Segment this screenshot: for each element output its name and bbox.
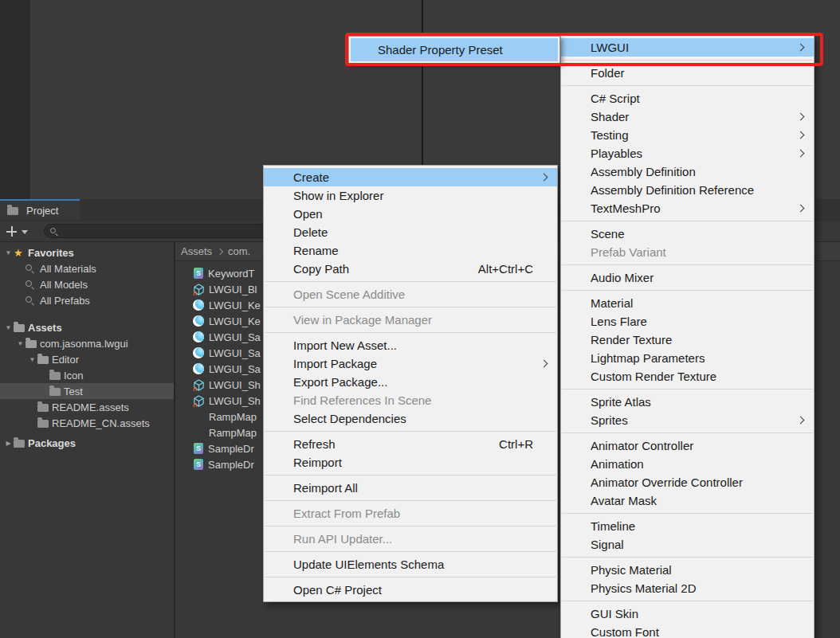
- menu-item-copy-path[interactable]: Copy PathAlt+Ctrl+C: [264, 260, 557, 278]
- expander-open-icon[interactable]: ▼: [3, 324, 14, 331]
- expander-open-icon[interactable]: ▼: [27, 356, 37, 363]
- menu-item-select-dependencies[interactable]: Select Dependencies: [264, 409, 557, 428]
- menu-item-playables[interactable]: Playables: [561, 144, 814, 162]
- menu-item-audio-mixer[interactable]: Audio Mixer: [561, 268, 814, 287]
- menu-item-lens-flare[interactable]: Lens Flare: [561, 312, 814, 331]
- menu-item-label: Lightmap Parameters: [591, 351, 705, 365]
- sidebar-item-editor[interactable]: ▼Editor: [0, 351, 174, 367]
- folder-icon: [49, 370, 64, 380]
- menu-separator: [562, 221, 813, 221]
- menu-item-refresh[interactable]: RefreshCtrl+R: [264, 435, 557, 453]
- menu-item-reimport-all[interactable]: Reimport All: [264, 479, 557, 497]
- chevron-down-icon[interactable]: [22, 230, 28, 234]
- folder-icon: [14, 438, 28, 448]
- menu-item-gui-skin[interactable]: GUI Skin: [561, 605, 814, 623]
- menu-item-label: Open: [293, 207, 323, 221]
- folder-icon: [37, 354, 52, 364]
- menu-item-custom-font[interactable]: Custom Font: [561, 623, 814, 638]
- menu-item-open[interactable]: Open: [264, 205, 557, 223]
- menu-item-testing[interactable]: Testing: [561, 126, 814, 144]
- menu-separator: [562, 389, 813, 389]
- menu-separator: [562, 557, 813, 558]
- menu-item-c-script[interactable]: C# Script: [561, 89, 814, 108]
- menu-item-lwgui[interactable]: LWGUI: [561, 38, 814, 57]
- menu-item-label: Animator Override Controller: [591, 476, 743, 489]
- menu-item-import-new-asset[interactable]: Import New Asset...: [264, 336, 557, 354]
- menu-separator: [265, 526, 556, 526]
- menu-item-export-package[interactable]: Export Package...: [264, 373, 557, 391]
- menu-item-signal[interactable]: Signal: [561, 535, 814, 554]
- expander-open-icon[interactable]: ▼: [3, 249, 14, 256]
- menu-item-animator-controller[interactable]: Animator Controller: [561, 436, 814, 455]
- expander-closed-icon[interactable]: ▶: [3, 440, 14, 447]
- sidebar-item-test[interactable]: Test: [0, 383, 174, 399]
- menu-item-timeline[interactable]: Timeline: [561, 517, 814, 535]
- menu-item-label: Export Package...: [293, 375, 387, 389]
- sidebar-item-favorites[interactable]: ▼★Favorites: [0, 245, 174, 260]
- menu-item-label: Playables: [591, 147, 642, 160]
- file-item-label: LWGUI_Bl: [209, 284, 257, 296]
- menu-item-rename[interactable]: Rename: [264, 241, 557, 260]
- menu-item-update-uielements-schema[interactable]: Update UIElements Schema: [264, 555, 557, 573]
- menu-item-label: Rename: [293, 244, 339, 257]
- breadcrumb-segment[interactable]: com.: [228, 245, 250, 257]
- menu-item-physic-material[interactable]: Physic Material: [561, 561, 814, 579]
- menu-item-delete[interactable]: Delete: [264, 223, 557, 241]
- sidebar-item-packages[interactable]: ▶Packages: [0, 435, 174, 451]
- material-icon: [193, 363, 204, 374]
- project-tab-label: Project: [26, 205, 58, 217]
- sidebar-item-all-prefabs[interactable]: All Prefabs: [0, 292, 174, 308]
- menu-item-textmeshpro[interactable]: TextMeshPro: [561, 199, 814, 217]
- tree-item-label: README_CN.assets: [52, 417, 150, 429]
- sidebar-item-icon[interactable]: Icon: [0, 367, 174, 383]
- menu-item-assembly-definition[interactable]: Assembly Definition: [561, 162, 814, 181]
- sidebar-item-assets[interactable]: ▼Assets: [0, 319, 174, 335]
- menu-item-label: Delete: [293, 225, 328, 239]
- submenu-arrow-icon: [540, 173, 548, 181]
- menu-item-avatar-mask[interactable]: Avatar Mask: [561, 491, 814, 510]
- menu-item-animator-override-controller[interactable]: Animator Override Controller: [561, 473, 814, 491]
- folder-icon: [7, 205, 22, 215]
- breadcrumb-segment[interactable]: Assets: [181, 245, 212, 257]
- menu-item-extract-from-prefab: Extract From Prefab: [264, 504, 557, 523]
- assets-tree: ▼★FavoritesAll MaterialsAll ModelsAll Pr…: [0, 242, 174, 638]
- menu-item-open-c-project[interactable]: Open C# Project: [264, 581, 557, 599]
- menu-item-material[interactable]: Material: [561, 294, 814, 312]
- file-item-label: RampMap: [209, 411, 257, 423]
- menu-item-lightmap-parameters[interactable]: Lightmap Parameters: [561, 349, 814, 367]
- add-asset-button[interactable]: [6, 226, 17, 237]
- menu-item-label: Sprite Atlas: [591, 395, 651, 409]
- menu-separator: [265, 307, 556, 307]
- sidebar-item-com-jasonma-lwgui[interactable]: ▼com.jasonma.lwgui: [0, 335, 174, 351]
- svg-text:{}: {}: [193, 291, 198, 296]
- menu-item-custom-render-texture[interactable]: Custom Render Texture: [561, 367, 814, 386]
- sidebar-item-all-models[interactable]: All Models: [0, 276, 174, 292]
- menu-item-physics-material-2d[interactable]: Physics Material 2D: [561, 579, 814, 597]
- menu-item-show-in-explorer[interactable]: Show in Explorer: [264, 186, 557, 205]
- sidebar-item-all-materials[interactable]: All Materials: [0, 260, 174, 276]
- menu-item-render-texture[interactable]: Render Texture: [561, 331, 814, 349]
- menu-item-reimport[interactable]: Reimport: [264, 453, 557, 472]
- search-icon: [50, 228, 58, 236]
- menu-item-assembly-definition-reference[interactable]: Assembly Definition Reference: [561, 181, 814, 199]
- menu-item-import-package[interactable]: Import Package: [264, 354, 557, 373]
- menu-item-label: Custom Font: [591, 625, 659, 638]
- menu-item-animation[interactable]: Animation: [561, 455, 814, 473]
- submenu-arrow-icon: [797, 149, 805, 157]
- menu-item-sprites[interactable]: Sprites: [561, 411, 814, 429]
- menu-item-shader[interactable]: Shader: [561, 108, 814, 126]
- menu-separator: [562, 513, 813, 514]
- tab-project[interactable]: Project: [0, 199, 80, 220]
- menu-item-scene[interactable]: Scene: [561, 225, 814, 243]
- expander-open-icon[interactable]: ▼: [15, 340, 26, 347]
- sidebar-item-readme-cn-assets[interactable]: README_CN.assets: [0, 415, 174, 431]
- menu-item-create[interactable]: Create: [264, 168, 557, 186]
- menu-item-label: Shader: [591, 110, 629, 123]
- menu-item-label: Assembly Definition: [591, 165, 696, 178]
- menu-item-shader-property-preset[interactable]: Shader Property Preset: [351, 38, 558, 61]
- menu-item-folder[interactable]: Folder: [561, 64, 814, 82]
- menu-item-sprite-atlas[interactable]: Sprite Atlas: [561, 393, 814, 411]
- sidebar-item-readme-assets[interactable]: README.assets: [0, 399, 174, 415]
- tree-item-label: Editor: [52, 354, 79, 366]
- menu-item-label: Select Dependencies: [293, 412, 406, 425]
